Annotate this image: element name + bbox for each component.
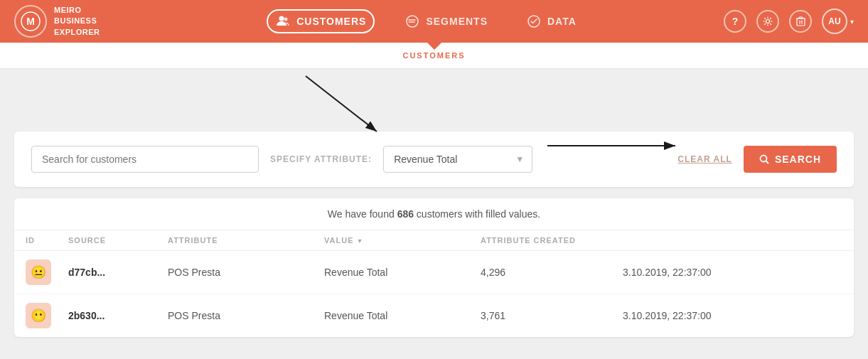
search-panel: SPECIFY ATTRIBUTE: Revenue Total ▼ CLEAR… [14, 132, 854, 187]
logo-text: MEIRO BUSINESS EXPLORER [54, 5, 100, 38]
settings-button[interactable] [756, 10, 779, 33]
logo-area: M MEIRO BUSINESS EXPLORER [14, 5, 128, 38]
annotation-spacer [14, 69, 854, 132]
specify-attribute-label: SPECIFY ATTRIBUTE: [270, 154, 372, 164]
col-header-attribute-created: ATTRIBUTE CREATED [481, 236, 623, 245]
results-count: 686 [397, 208, 414, 220]
row-attribute-1: Revenue Total [324, 267, 481, 278]
search-input[interactable] [31, 146, 259, 173]
search-input-wrap [31, 146, 259, 173]
clear-all-button[interactable]: CLEAR ALL [677, 154, 732, 164]
row-id-2: 2b630... [68, 310, 168, 321]
row-source-2: POS Presta [168, 310, 324, 321]
search-button-label: SEARCH [775, 154, 821, 165]
nav-customers[interactable]: CUSTOMERS [267, 9, 375, 33]
col-header-spacer [623, 236, 836, 245]
row-attr-created-1: 3.10.2019, 22:37:00 [623, 267, 836, 278]
header-pointer [426, 41, 443, 50]
avatar: AU [822, 9, 847, 34]
svg-text:M: M [26, 16, 35, 27]
results-panel: We have found 686 customers with filled … [14, 198, 854, 337]
nav-customers-label: CUSTOMERS [296, 16, 366, 27]
avatar-chevron-icon: ▾ [850, 18, 854, 26]
results-text-before: We have found [328, 208, 397, 220]
nav-data[interactable]: DATA [518, 9, 585, 33]
row-attribute-2: Revenue Total [324, 310, 481, 321]
customers-nav-icon [275, 14, 291, 29]
trash-button[interactable] [789, 10, 812, 33]
col-header-value[interactable]: VALUE ▼ [324, 236, 481, 245]
row-id-1: d77cb... [68, 267, 168, 278]
svg-point-4 [407, 16, 418, 27]
results-text-after: customers with filled values. [414, 208, 540, 220]
results-summary: We have found 686 customers with filled … [14, 198, 854, 230]
nav-segments-label: SEGMENTS [426, 16, 488, 27]
attribute-select[interactable]: Revenue Total [383, 146, 532, 173]
svg-point-10 [760, 156, 766, 162]
svg-rect-8 [797, 18, 805, 26]
segments-nav-icon [404, 14, 420, 29]
help-button[interactable]: ? [724, 10, 746, 33]
header: M MEIRO BUSINESS EXPLORER [0, 0, 868, 43]
col-header-action [836, 236, 854, 245]
nav-data-label: DATA [547, 16, 577, 27]
table-row[interactable]: 😐 d77cb... POS Presta Revenue Total 4,29… [14, 251, 854, 294]
nav-segments[interactable]: SEGMENTS [396, 9, 496, 33]
table-row[interactable]: 😶 2b630... POS Presta Revenue Total 3,76… [14, 294, 854, 337]
data-nav-icon [526, 14, 542, 29]
row-avatar-2: 😶 [26, 303, 51, 328]
row-chevron-1[interactable]: › [836, 266, 854, 279]
table-header: ID SOURCE ATTRIBUTE VALUE ▼ ATTRIBUTE CR… [14, 230, 854, 251]
svg-point-2 [279, 16, 284, 21]
col-header-source: SOURCE [68, 236, 168, 245]
row-source-1: POS Presta [168, 267, 324, 278]
row-value-1: 4,296 [481, 267, 623, 278]
logo-icon[interactable]: M [14, 5, 47, 38]
attribute-select-wrap: Revenue Total ▼ [383, 146, 532, 173]
svg-point-6 [409, 21, 410, 23]
svg-point-3 [284, 18, 288, 21]
col-header-attribute: ATTRIBUTE [168, 236, 324, 245]
row-avatar-1: 😐 [26, 259, 51, 285]
search-icon [759, 154, 769, 164]
avatar-button[interactable]: AU ▾ [822, 9, 854, 34]
col-header-id: ID [26, 236, 68, 245]
main-nav: CUSTOMERS SEGMENTS [128, 9, 724, 33]
row-value-2: 3,761 [481, 310, 623, 321]
header-actions: ? AU ▾ [724, 9, 854, 34]
svg-point-5 [409, 19, 410, 21]
search-button[interactable]: SEARCH [744, 146, 837, 173]
main-content: SPECIFY ATTRIBUTE: Revenue Total ▼ CLEAR… [0, 69, 868, 351]
row-attr-created-2: 3.10.2019, 22:37:00 [623, 310, 836, 321]
row-chevron-2[interactable]: › [836, 309, 854, 322]
